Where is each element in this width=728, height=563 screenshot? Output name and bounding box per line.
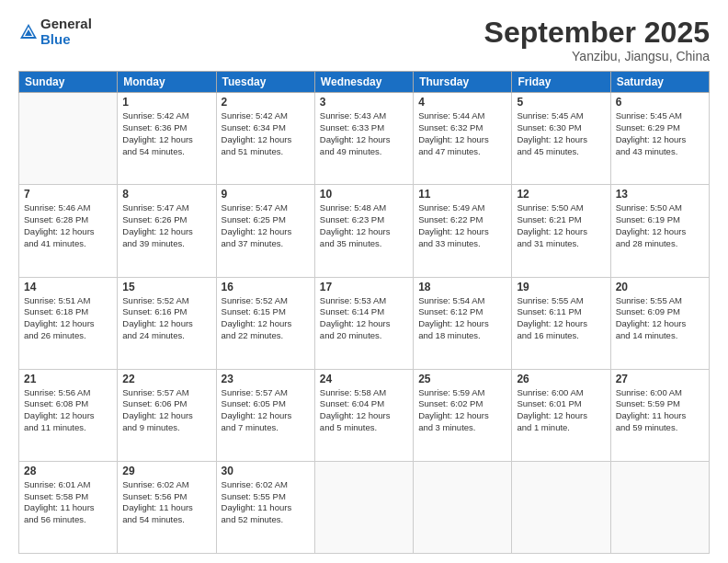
col-header-monday: Monday [118, 72, 216, 93]
day-number: 15 [122, 281, 210, 293]
day-number: 25 [418, 373, 506, 385]
day-number: 16 [222, 281, 310, 293]
day-number: 29 [122, 465, 210, 477]
day-number: 5 [517, 96, 605, 109]
day-number: 28 [24, 465, 112, 477]
day-cell: 13Sunrise: 5:50 AM Sunset: 6:19 PM Dayli… [610, 185, 709, 277]
day-cell [512, 461, 610, 553]
col-header-thursday: Thursday [414, 72, 512, 93]
day-info: Sunrise: 5:57 AM Sunset: 6:05 PM Dayligh… [222, 387, 310, 434]
week-row-1: 1Sunrise: 5:42 AM Sunset: 6:36 PM Daylig… [19, 93, 710, 185]
col-header-wednesday: Wednesday [314, 72, 413, 93]
day-info: Sunrise: 5:57 AM Sunset: 6:06 PM Dayligh… [122, 387, 210, 434]
day-number: 1 [122, 96, 210, 109]
day-cell: 25Sunrise: 5:59 AM Sunset: 6:02 PM Dayli… [414, 369, 512, 461]
day-info: Sunrise: 5:51 AM Sunset: 6:18 PM Dayligh… [24, 295, 112, 342]
day-cell: 18Sunrise: 5:54 AM Sunset: 6:12 PM Dayli… [414, 277, 512, 369]
day-number: 21 [24, 373, 112, 385]
day-number: 14 [24, 281, 112, 293]
day-number: 10 [320, 188, 408, 201]
day-cell: 22Sunrise: 5:57 AM Sunset: 6:06 PM Dayli… [118, 369, 216, 461]
day-cell: 30Sunrise: 6:02 AM Sunset: 5:55 PM Dayli… [216, 461, 314, 553]
day-info: Sunrise: 5:45 AM Sunset: 6:29 PM Dayligh… [616, 110, 704, 157]
day-cell: 29Sunrise: 6:02 AM Sunset: 5:56 PM Dayli… [118, 461, 216, 553]
day-cell: 11Sunrise: 5:49 AM Sunset: 6:22 PM Dayli… [414, 185, 512, 277]
col-header-sunday: Sunday [19, 72, 118, 93]
logo-general-label: General [40, 17, 92, 32]
day-cell [314, 461, 413, 553]
day-info: Sunrise: 5:54 AM Sunset: 6:12 PM Dayligh… [418, 295, 506, 342]
day-number: 8 [122, 188, 210, 201]
day-info: Sunrise: 5:45 AM Sunset: 6:30 PM Dayligh… [517, 110, 605, 157]
day-number: 18 [418, 281, 506, 293]
day-cell: 6Sunrise: 5:45 AM Sunset: 6:29 PM Daylig… [610, 93, 709, 185]
day-cell: 27Sunrise: 6:00 AM Sunset: 5:59 PM Dayli… [610, 369, 709, 461]
day-number: 13 [616, 188, 704, 201]
col-header-tuesday: Tuesday [216, 72, 314, 93]
day-cell: 14Sunrise: 5:51 AM Sunset: 6:18 PM Dayli… [19, 277, 118, 369]
day-info: Sunrise: 6:00 AM Sunset: 6:01 PM Dayligh… [517, 387, 605, 434]
day-info: Sunrise: 5:47 AM Sunset: 6:26 PM Dayligh… [122, 202, 210, 249]
day-info: Sunrise: 6:00 AM Sunset: 5:59 PM Dayligh… [616, 387, 704, 434]
day-cell [610, 461, 709, 553]
week-row-5: 28Sunrise: 6:01 AM Sunset: 5:58 PM Dayli… [19, 461, 710, 553]
day-cell [19, 93, 118, 185]
day-info: Sunrise: 5:47 AM Sunset: 6:25 PM Dayligh… [222, 202, 310, 249]
week-row-3: 14Sunrise: 5:51 AM Sunset: 6:18 PM Dayli… [19, 277, 710, 369]
day-number: 27 [616, 373, 704, 385]
calendar-table: SundayMondayTuesdayWednesdayThursdayFrid… [18, 71, 710, 554]
day-cell: 10Sunrise: 5:48 AM Sunset: 6:23 PM Dayli… [314, 185, 413, 277]
day-number: 9 [222, 188, 310, 201]
day-cell: 9Sunrise: 5:47 AM Sunset: 6:25 PM Daylig… [216, 185, 314, 277]
day-cell [414, 461, 512, 553]
day-number: 23 [222, 373, 310, 385]
day-number: 19 [517, 281, 605, 293]
day-info: Sunrise: 5:53 AM Sunset: 6:14 PM Dayligh… [320, 295, 408, 342]
week-row-2: 7Sunrise: 5:46 AM Sunset: 6:28 PM Daylig… [19, 185, 710, 277]
day-info: Sunrise: 5:55 AM Sunset: 6:09 PM Dayligh… [616, 295, 704, 342]
day-number: 7 [24, 188, 112, 201]
week-row-4: 21Sunrise: 5:56 AM Sunset: 6:08 PM Dayli… [19, 369, 710, 461]
location-label: Yanzibu, Jiangsu, China [484, 49, 710, 63]
day-cell: 21Sunrise: 5:56 AM Sunset: 6:08 PM Dayli… [19, 369, 118, 461]
day-cell: 8Sunrise: 5:47 AM Sunset: 6:26 PM Daylig… [118, 185, 216, 277]
day-number: 11 [418, 188, 506, 201]
day-number: 24 [320, 373, 408, 385]
day-cell: 12Sunrise: 5:50 AM Sunset: 6:21 PM Dayli… [512, 185, 610, 277]
day-number: 2 [222, 96, 310, 109]
day-cell: 26Sunrise: 6:00 AM Sunset: 6:01 PM Dayli… [512, 369, 610, 461]
logo: General Blue [18, 17, 92, 47]
day-number: 30 [222, 465, 310, 477]
logo-blue-label: Blue [40, 32, 92, 48]
calendar-page: General Blue September 2025 Yanzibu, Jia… [0, 0, 728, 563]
day-cell: 7Sunrise: 5:46 AM Sunset: 6:28 PM Daylig… [19, 185, 118, 277]
day-info: Sunrise: 5:52 AM Sunset: 6:16 PM Dayligh… [122, 295, 210, 342]
day-cell: 1Sunrise: 5:42 AM Sunset: 6:36 PM Daylig… [118, 93, 216, 185]
day-number: 17 [320, 281, 408, 293]
header: General Blue September 2025 Yanzibu, Jia… [18, 17, 710, 63]
day-cell: 15Sunrise: 5:52 AM Sunset: 6:16 PM Dayli… [118, 277, 216, 369]
day-number: 20 [616, 281, 704, 293]
day-cell: 23Sunrise: 5:57 AM Sunset: 6:05 PM Dayli… [216, 369, 314, 461]
logo-icon [18, 22, 39, 42]
day-number: 22 [122, 373, 210, 385]
day-cell: 5Sunrise: 5:45 AM Sunset: 6:30 PM Daylig… [512, 93, 610, 185]
day-info: Sunrise: 6:02 AM Sunset: 5:56 PM Dayligh… [122, 479, 210, 526]
day-info: Sunrise: 5:55 AM Sunset: 6:11 PM Dayligh… [517, 295, 605, 342]
day-cell: 2Sunrise: 5:42 AM Sunset: 6:34 PM Daylig… [216, 93, 314, 185]
day-cell: 20Sunrise: 5:55 AM Sunset: 6:09 PM Dayli… [610, 277, 709, 369]
day-info: Sunrise: 5:42 AM Sunset: 6:36 PM Dayligh… [122, 110, 210, 157]
day-info: Sunrise: 5:46 AM Sunset: 6:28 PM Dayligh… [24, 202, 112, 249]
day-number: 26 [517, 373, 605, 385]
day-cell: 17Sunrise: 5:53 AM Sunset: 6:14 PM Dayli… [314, 277, 413, 369]
day-cell: 19Sunrise: 5:55 AM Sunset: 6:11 PM Dayli… [512, 277, 610, 369]
day-info: Sunrise: 5:52 AM Sunset: 6:15 PM Dayligh… [222, 295, 310, 342]
day-info: Sunrise: 5:50 AM Sunset: 6:19 PM Dayligh… [616, 202, 704, 249]
day-cell: 3Sunrise: 5:43 AM Sunset: 6:33 PM Daylig… [314, 93, 413, 185]
day-info: Sunrise: 6:02 AM Sunset: 5:55 PM Dayligh… [222, 479, 310, 526]
day-number: 12 [517, 188, 605, 201]
day-number: 3 [320, 96, 408, 109]
day-info: Sunrise: 6:01 AM Sunset: 5:58 PM Dayligh… [24, 479, 112, 526]
day-cell: 16Sunrise: 5:52 AM Sunset: 6:15 PM Dayli… [216, 277, 314, 369]
title-block: September 2025 Yanzibu, Jiangsu, China [484, 17, 710, 63]
